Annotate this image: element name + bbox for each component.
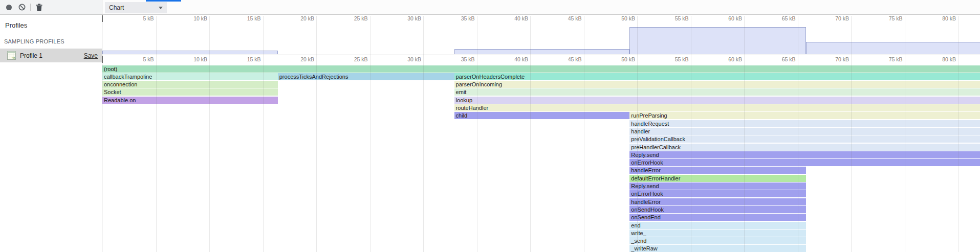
record-button[interactable] [2, 1, 15, 14]
memory-profiler-panel: Chart Profiles SAMPLING PROFILES % Profi… [0, 0, 980, 252]
axis-gridline [530, 16, 531, 252]
axis-gridline [263, 16, 264, 252]
svg-text:%: % [12, 56, 15, 60]
allocation-flame-chart: (root)callbackTrampolineprocessTicksAndR… [102, 65, 980, 252]
flame-bar[interactable]: Socket [102, 88, 278, 96]
axis-tick-label: 70 kB [815, 15, 849, 21]
memory-overview-chart[interactable] [102, 21, 980, 55]
axis-tick-label: 75 kB [869, 56, 903, 62]
flame-bar[interactable]: write_ [629, 230, 806, 237]
sidebar-divider [102, 0, 102, 252]
flame-bar[interactable]: Reply.send [629, 151, 980, 158]
axis-tick-label: 55 kB [655, 15, 689, 21]
flame-bar[interactable]: Reply.send [629, 182, 806, 190]
flame-bar[interactable]: child [454, 112, 630, 119]
toolbar-separator [30, 4, 31, 11]
axis-tick-label: 80 kB [922, 15, 956, 21]
axis-tick-label: 65 kB [762, 15, 796, 21]
allocation-chart-pane: 5 kB10 kB15 kB20 kB25 kB30 kB35 kB40 kB4… [102, 15, 980, 252]
axis-tick-label: 80 kB [922, 56, 956, 62]
trash-icon [36, 4, 42, 11]
flame-bar[interactable]: _send [629, 237, 806, 244]
flame-bar[interactable]: callbackTrampoline [102, 73, 278, 80]
overview-area-step [629, 27, 806, 54]
flame-bar[interactable]: handleError [629, 198, 806, 205]
save-profile-link[interactable]: Save [84, 52, 98, 59]
chevron-down-icon [159, 7, 163, 9]
axis-tick-label: 65 kB [762, 56, 796, 62]
axis-gridline [798, 16, 798, 252]
axis-tick-label: 75 kB [869, 15, 903, 21]
sampling-profiles-section-label: SAMPLING PROFILES [0, 35, 102, 49]
flame-bar[interactable]: handleRequest [629, 120, 980, 127]
flame-bar[interactable]: onSendEnd [629, 214, 806, 221]
axis-gridline [851, 16, 852, 252]
axis-tick-label: 40 kB [494, 15, 528, 21]
ruler-origin-tick [102, 56, 103, 63]
flame-bar[interactable]: onErrorHook [629, 159, 980, 166]
axis-gridline [744, 16, 745, 252]
axis-tick-label: 35 kB [441, 56, 475, 62]
delete-profile-button[interactable] [32, 1, 46, 14]
axis-tick-label: 50 kB [601, 15, 635, 21]
axis-gridline [209, 16, 210, 252]
axis-tick-label: 60 kB [708, 15, 742, 21]
flame-bar[interactable]: parserOnHeadersComplete [454, 73, 980, 80]
axis-tick-label: 5 kB [120, 15, 154, 21]
flame-bar[interactable]: _writeRaw [629, 245, 806, 252]
panel-toolbar-right [102, 0, 980, 14]
axis-tick-label: 30 kB [387, 56, 421, 62]
flame-bar[interactable]: onconnection [102, 81, 278, 88]
flame-bar[interactable]: preValidationCallback [629, 135, 980, 143]
clear-icon [18, 4, 26, 11]
flame-bar[interactable]: preHandlerCallback [629, 144, 980, 151]
axis-tick-label: 55 kB [655, 56, 689, 62]
axis-tick-label: 10 kB [173, 15, 207, 21]
axis-tick-label: 35 kB [441, 15, 475, 21]
axis-gridline [423, 16, 424, 252]
flame-bar[interactable]: handleError [629, 167, 806, 174]
flame-bar[interactable]: defaultErrorHandler [629, 175, 806, 182]
overview-area-step [806, 42, 980, 54]
axis-tick-label: 50 kB [601, 56, 635, 62]
record-icon [6, 5, 12, 10]
axis-tick-label: 25 kB [334, 15, 368, 21]
profiler-toolbar [0, 0, 102, 14]
axis-gridline [316, 16, 317, 252]
flame-bar[interactable]: handler [629, 128, 980, 135]
profile-grid-icon: % [7, 51, 16, 60]
flame-bar[interactable]: onErrorHook [629, 190, 806, 197]
flame-bar[interactable]: processTicksAndRejections [278, 73, 454, 80]
axis-gridline [637, 16, 638, 252]
view-mode-value: Chart [109, 4, 159, 11]
axis-tick-label: 25 kB [334, 56, 368, 62]
axis-gridline [370, 16, 371, 252]
axis-tick-label: 45 kB [548, 15, 582, 21]
flame-bar[interactable]: Readable.on [102, 97, 278, 104]
axis-tick-label: 20 kB [280, 56, 314, 62]
axis-tick-label: 30 kB [387, 15, 421, 21]
clear-button[interactable] [15, 1, 29, 14]
flame-bar[interactable]: runPreParsing [629, 112, 980, 119]
overview-divider [102, 55, 980, 55]
flame-bar[interactable]: lookup [454, 97, 980, 104]
profile-list-item[interactable]: % Profile 1 Save [0, 49, 102, 62]
flame-bar[interactable]: (root) [102, 65, 980, 73]
axis-tick-label: 70 kB [815, 56, 849, 62]
flame-bar[interactable]: onSendHook [629, 206, 806, 213]
flame-bar[interactable]: routeHandler [454, 104, 980, 111]
sidebar-title: Profiles [0, 15, 102, 35]
axis-tick-label: 5 kB [120, 56, 154, 62]
axis-tick-label: 15 kB [227, 15, 261, 21]
axis-gridline [691, 16, 691, 252]
flame-bar[interactable]: end [629, 222, 806, 229]
overview-area-step [454, 49, 630, 54]
axis-tick-label: 15 kB [227, 56, 261, 62]
axis-gridline [156, 16, 157, 252]
view-mode-select[interactable]: Chart [105, 2, 167, 13]
profiles-sidebar: Profiles SAMPLING PROFILES % Profile 1 S… [0, 15, 102, 252]
flame-bar[interactable]: emit [454, 88, 980, 96]
flame-bar[interactable]: parserOnIncoming [454, 81, 980, 88]
axis-tick-label: 40 kB [494, 56, 528, 62]
axis-tick-label: 45 kB [548, 56, 582, 62]
